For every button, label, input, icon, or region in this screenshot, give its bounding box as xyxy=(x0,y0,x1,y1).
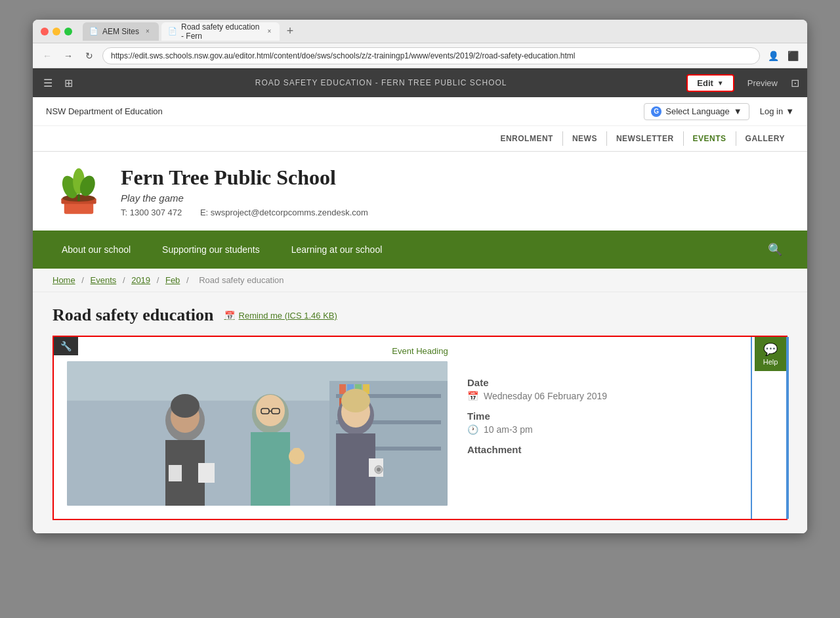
svg-rect-33 xyxy=(293,448,301,460)
share-button[interactable]: ⊡ xyxy=(791,77,799,89)
school-tagline: Play the game xyxy=(121,192,384,204)
address-input[interactable] xyxy=(102,47,760,64)
edit-label: Edit xyxy=(697,78,713,88)
breadcrumb-sep-4: / xyxy=(186,275,191,285)
website-content: NSW Department of Education G Select Lan… xyxy=(33,97,807,533)
nav-events[interactable]: EVENTS xyxy=(684,131,736,146)
nav-supporting-students[interactable]: Supporting our students xyxy=(146,232,276,267)
top-bar: NSW Department of Education G Select Lan… xyxy=(33,97,807,126)
event-details: Date 📅 Wednesday 06 February 2019 Time 🕐… xyxy=(448,361,773,506)
tab-bar: 📄 AEM Sites × 📄 Road safety education - … xyxy=(83,22,799,41)
edit-chevron-icon: ▼ xyxy=(717,79,724,87)
date-label: Date xyxy=(467,377,753,388)
event-image-svg xyxy=(67,361,448,506)
event-image xyxy=(67,361,448,506)
help-button[interactable]: 💬 Help xyxy=(755,337,786,371)
close-traffic-light[interactable] xyxy=(41,28,49,35)
svg-point-40 xyxy=(377,468,381,472)
help-label: Help xyxy=(763,358,778,366)
help-icon: 💬 xyxy=(763,342,778,357)
nav-news[interactable]: NEWS xyxy=(563,131,607,146)
forward-button[interactable]: → xyxy=(60,48,76,64)
main-navigation: About our school Supporting our students… xyxy=(33,231,807,269)
svg-point-37 xyxy=(341,389,370,412)
svg-point-23 xyxy=(171,394,200,418)
time-value: 🕐 10 am-3 pm xyxy=(467,424,753,435)
clock-field-icon: 🕐 xyxy=(467,424,478,435)
breadcrumb: Home / Events / 2019 / Feb / Road safety… xyxy=(33,269,807,292)
profile-icon[interactable]: 👤 xyxy=(765,48,781,64)
language-selector[interactable]: G Select Language ▼ xyxy=(644,103,749,120)
language-label: Select Language xyxy=(665,106,730,116)
time-text: 10 am-3 pm xyxy=(484,424,533,435)
tab-aem-icon: 📄 xyxy=(89,27,98,35)
nav-gallery[interactable]: GALLERY xyxy=(736,131,794,146)
tab-road-close[interactable]: × xyxy=(266,27,273,36)
extension-icon[interactable]: ⬛ xyxy=(785,48,801,64)
aem-toolbar-title: ROAD SAFETY EDUCATION - FERN TREE PUBLIC… xyxy=(82,78,680,87)
time-label: Time xyxy=(467,410,753,422)
breadcrumb-2019[interactable]: 2019 xyxy=(131,275,150,285)
school-logo xyxy=(52,165,105,217)
traffic-lights xyxy=(41,28,72,35)
edit-button[interactable]: Edit ▼ xyxy=(686,74,734,92)
school-contact: T: 1300 307 472 E: swsproject@detcorpcom… xyxy=(121,208,384,217)
breadcrumb-events[interactable]: Events xyxy=(91,275,117,285)
remind-me-link[interactable]: 📅 Remind me (ICS 1.46 KB) xyxy=(224,311,337,320)
svg-rect-13 xyxy=(339,384,346,394)
calendar-icon: 📅 xyxy=(224,311,235,320)
svg-rect-27 xyxy=(251,432,290,506)
top-navigation: ENROLMENT NEWS NEWSLETTER EVENTS GALLERY xyxy=(33,126,807,152)
tab-road-safety[interactable]: 📄 Road safety education - Fern × xyxy=(161,22,280,41)
content-area: 🔧 💬 Help Event Heading xyxy=(33,336,807,533)
back-button[interactable]: ← xyxy=(39,48,55,64)
google-icon: G xyxy=(651,106,662,117)
tab-aem-close[interactable]: × xyxy=(143,27,152,36)
school-email: E: swsproject@detcorpcomms.zendesk.com xyxy=(200,208,368,217)
department-brand: NSW Department of Education xyxy=(46,106,644,116)
tab-aem-label: AEM Sites xyxy=(102,27,139,36)
breadcrumb-sep-1: / xyxy=(81,275,86,285)
tab-aem-sites[interactable]: 📄 AEM Sites × xyxy=(83,22,159,41)
breadcrumb-sep-2: / xyxy=(123,275,127,285)
breadcrumb-feb[interactable]: Feb xyxy=(165,275,180,285)
svg-rect-6 xyxy=(77,194,80,201)
new-tab-button[interactable]: + xyxy=(282,24,298,39)
date-text: Wednesday 06 February 2019 xyxy=(484,391,607,401)
calendar-field-icon: 📅 xyxy=(467,391,478,401)
refresh-button[interactable]: ↻ xyxy=(81,48,97,64)
breadcrumb-home[interactable]: Home xyxy=(52,275,75,285)
attachment-label: Attachment xyxy=(467,444,753,455)
browser-titlebar: 📄 AEM Sites × 📄 Road safety education - … xyxy=(33,20,807,43)
nav-enrolment[interactable]: ENROLMENT xyxy=(491,131,563,146)
preview-button[interactable]: Preview xyxy=(741,76,784,91)
tab-road-icon: 📄 xyxy=(168,27,177,35)
event-content-box: 🔧 💬 Help Event Heading xyxy=(52,336,788,520)
nav-learning[interactable]: Learning at our school xyxy=(276,232,398,267)
maximize-traffic-light[interactable] xyxy=(64,28,72,35)
breadcrumb-current: Road safety education xyxy=(199,275,284,285)
browser-window: 📄 AEM Sites × 📄 Road safety education - … xyxy=(33,20,807,533)
search-button[interactable]: 🔍 xyxy=(756,231,794,269)
date-value: 📅 Wednesday 06 February 2019 xyxy=(467,391,753,401)
component-toolbar: 🔧 xyxy=(54,337,78,355)
breadcrumb-sep-3: / xyxy=(157,275,161,285)
top-bar-right: G Select Language ▼ Log in ▼ xyxy=(644,103,794,120)
browser-actions: 👤 ⬛ xyxy=(765,48,801,64)
svg-rect-24 xyxy=(198,463,215,483)
address-bar: ← → ↻ 👤 ⬛ xyxy=(33,43,807,68)
sidebar-toggle-button[interactable]: ☰ xyxy=(41,74,55,92)
svg-rect-25 xyxy=(169,465,182,481)
minimize-traffic-light[interactable] xyxy=(52,28,60,35)
nav-newsletter[interactable]: NEWSLETTER xyxy=(607,131,684,146)
page-title: Road safety education xyxy=(52,305,214,325)
aem-toolbar: ☰ ⊞ ROAD SAFETY EDUCATION - FERN TREE PU… xyxy=(33,68,807,97)
event-heading-label[interactable]: Event Heading xyxy=(54,337,786,361)
remind-me-label: Remind me (ICS 1.46 KB) xyxy=(239,311,337,320)
language-chevron-icon: ▼ xyxy=(734,106,742,116)
nav-about-school[interactable]: About our school xyxy=(46,232,146,267)
svg-point-28 xyxy=(256,395,285,426)
login-button[interactable]: Log in ▼ xyxy=(760,106,794,116)
properties-button[interactable]: ⊞ xyxy=(62,74,75,92)
school-phone: T: 1300 307 472 xyxy=(121,208,182,217)
